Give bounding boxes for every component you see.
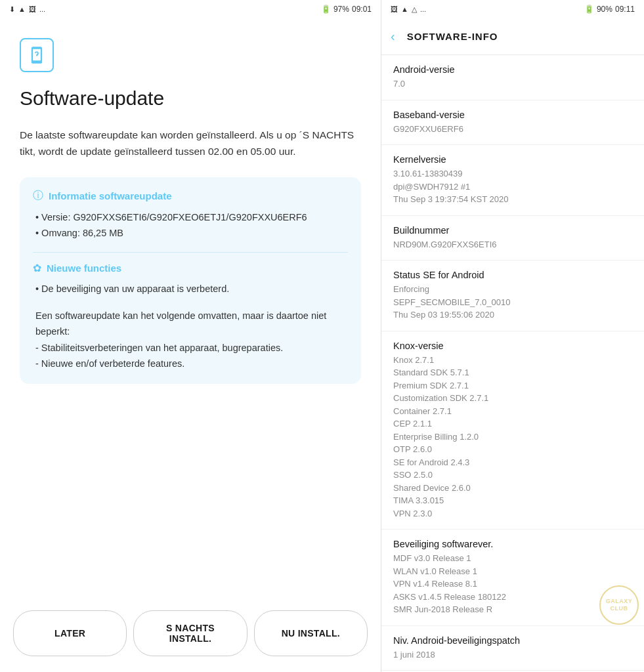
status-bar-right: 🖼 ▲ △ ... 🔋 90% 09:11 — [381, 0, 644, 18]
android-versie-value: 7.0 — [393, 77, 632, 91]
left-status-right: 🔋 97% 09:01 — [321, 5, 372, 14]
buildnummer-value: NRD90M.G920FXXS6ETI6 — [393, 238, 632, 251]
knox-versie-row: Knox-versie Knox 2.7.1 Standard SDK 5.7.… — [381, 331, 644, 530]
info-version: • Versie: G920FXXS6ETI6/G920FXEO6ETJ1/G9… — [33, 209, 348, 226]
new-functions-title: Nieuwe functies — [47, 262, 121, 274]
info-box: ⓘ Informatie softwareupdate • Versie: G9… — [20, 177, 361, 384]
warning-icon-right: ▲ — [401, 5, 408, 13]
battery-icon-right: 🔋 — [584, 5, 594, 14]
status-bar-left: ⬇ ▲ 🖼 ... 🔋 97% 09:01 — [0, 0, 381, 18]
knox-versie-label: Knox-versie — [393, 341, 632, 351]
image-icon: 🖼 — [29, 5, 36, 13]
general-update-text: Een softwareupdate kan het volgende omva… — [33, 308, 348, 373]
image-icon-right: 🖼 — [391, 5, 398, 13]
left-panel: ⬇ ▲ 🖼 ... 🔋 97% 09:01 Software-update De… — [0, 0, 381, 672]
right-header-title: SOFTWARE-INFO — [407, 31, 498, 42]
software-update-icon — [20, 38, 54, 72]
beveiliging-softwarever-value: MDF v3.0 Release 1 WLAN v1.0 Release 1 V… — [393, 552, 632, 616]
description-text: De laatste softwareupdate kan worden geï… — [20, 127, 361, 160]
battery-percent-right: 90% — [597, 5, 612, 14]
battery-percent-left: 97% — [333, 5, 349, 14]
phone-refresh-svg — [28, 46, 46, 64]
watermark: GALAXYCLUB — [599, 585, 639, 625]
left-status-icons: ⬇ ▲ 🖼 ... — [9, 5, 45, 14]
page-title: Software-update — [20, 87, 361, 110]
status-se-label: Status SE for Android — [393, 270, 632, 280]
left-main-content: Software-update De laatste softwareupdat… — [0, 18, 381, 600]
right-status-right: 🔋 90% 09:11 — [584, 5, 635, 14]
new-functions-header: ✿ Nieuwe functies — [33, 262, 348, 274]
clock-right: 09:11 — [615, 5, 635, 14]
niv-android-label: Niv. Android-beveiligingspatch — [393, 635, 632, 646]
warning-icon: ▲ — [18, 5, 26, 13]
download-icon: ⬇ — [9, 5, 15, 14]
baseband-versie-row: Baseband-versie G920FXXU6ERF6 — [381, 100, 644, 146]
info-section: ⓘ Informatie softwareupdate • Versie: G9… — [33, 189, 348, 242]
baseband-versie-label: Baseband-versie — [393, 110, 632, 120]
buildnummer-row: Buildnummer NRD90M.G920FXXS6ETI6 — [381, 216, 644, 261]
baseband-versie-value: G920FXXU6ERF6 — [393, 123, 632, 136]
star-icon: ✿ — [33, 262, 41, 274]
clock-left: 09:01 — [352, 5, 372, 14]
alert-icon-right: △ — [412, 5, 417, 14]
new-functions-content: • De beveiliging van uw apparaat is verb… — [33, 281, 348, 297]
beveiliging-softwarever-label: Beveiliging softwarever. — [393, 539, 632, 549]
right-content: Android-versie 7.0 Baseband-versie G920F… — [381, 55, 644, 672]
kernelversie-label: Kernelversie — [393, 154, 632, 165]
niv-android-value: 1 juni 2018 — [393, 648, 632, 662]
new-functions-section: ✿ Nieuwe functies • De beveiliging van u… — [33, 262, 348, 297]
knox-versie-value: Knox 2.7.1 Standard SDK 5.7.1 Premium SD… — [393, 354, 632, 520]
nu-install-button[interactable]: NU INSTALL. — [254, 610, 368, 656]
status-se-value: Enforcing SEPF_SECMOBILE_7.0_0010 Thu Se… — [393, 283, 632, 322]
kernelversie-value: 3.10.61-13830439 dpi@SWDH7912 #1 Thu Sep… — [393, 167, 632, 206]
bottom-buttons: LATER S NACHTS INSTALL. NU INSTALL. — [0, 600, 381, 672]
back-button[interactable]: ‹ — [388, 26, 398, 47]
status-se-row: Status SE for Android Enforcing SEPF_SEC… — [381, 261, 644, 331]
info-size: • Omvang: 86,25 MB — [33, 225, 348, 242]
right-panel: 🖼 ▲ △ ... 🔋 90% 09:11 ‹ SOFTWARE-INFO An… — [381, 0, 644, 672]
right-header: ‹ SOFTWARE-INFO — [381, 18, 644, 55]
more-icon: ... — [39, 5, 45, 13]
right-status-icons: 🖼 ▲ △ ... — [391, 5, 426, 14]
battery-icon-left: 🔋 — [321, 5, 331, 14]
android-versie-label: Android-versie — [393, 64, 632, 75]
android-versie-row: Android-versie 7.0 — [381, 55, 644, 100]
more-icon-right: ... — [420, 5, 426, 13]
section-divider — [33, 252, 348, 253]
buildnummer-label: Buildnummer — [393, 225, 632, 236]
info-section-header: ⓘ Informatie softwareupdate — [33, 189, 348, 203]
later-button[interactable]: LATER — [13, 610, 127, 656]
info-circle-icon: ⓘ — [33, 189, 43, 203]
s-nachts-button[interactable]: S NACHTS INSTALL. — [133, 610, 247, 656]
kernelversie-row: Kernelversie 3.10.61-13830439 dpi@SWDH79… — [381, 145, 644, 216]
info-section-title: Informatie softwareupdate — [49, 190, 172, 201]
niv-android-row: Niv. Android-beveiligingspatch 1 juni 20… — [381, 626, 644, 671]
